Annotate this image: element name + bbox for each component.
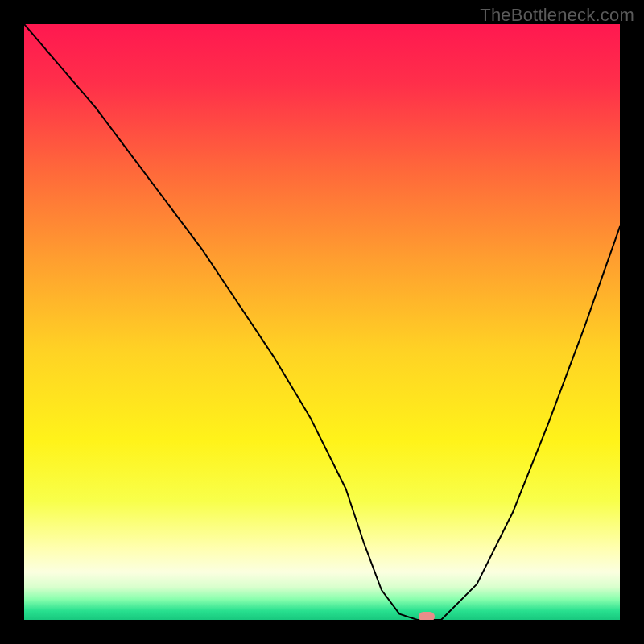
watermark-text: TheBottleneck.com [480,5,634,26]
plot-area [24,24,620,620]
chart-frame: TheBottleneck.com [0,0,644,644]
optimal-marker [419,612,435,620]
bottleneck-curve [24,24,620,620]
